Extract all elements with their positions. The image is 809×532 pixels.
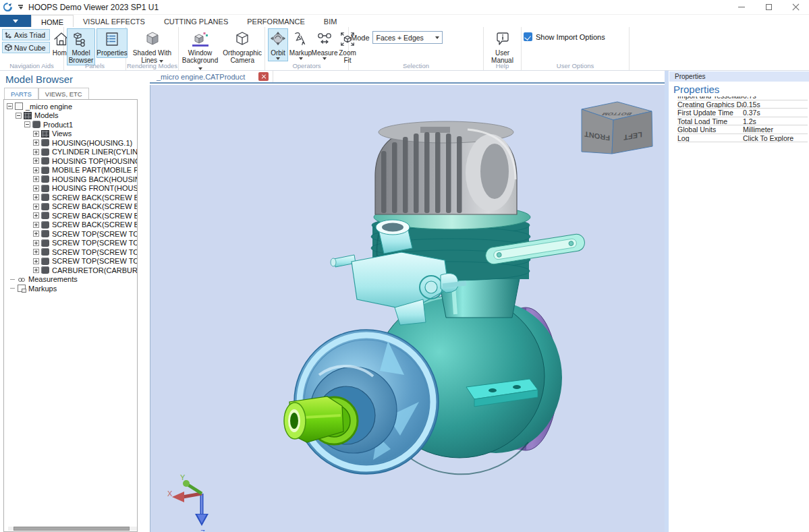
properties-button[interactable]: Properties — [96, 28, 128, 58]
expand-icon[interactable] — [33, 167, 39, 173]
axis-triad-label: Axis Triad — [14, 31, 45, 39]
views-icon — [41, 130, 49, 138]
tree-item[interactable]: HOUSING(HOUSING.1) — [4, 138, 137, 148]
tree-horizontal-scrollbar[interactable] — [8, 527, 138, 531]
tree-item[interactable]: SCREW TOP(SCREW TOP.2) — [4, 239, 137, 248]
file-menu-button[interactable] — [0, 15, 31, 27]
model-browser-button[interactable]: Model Browser — [67, 28, 95, 65]
part-head-fins[interactable] — [375, 121, 517, 214]
collapse-icon[interactable] — [16, 113, 22, 119]
collapse-icon[interactable] — [7, 103, 13, 109]
expand-icon[interactable] — [33, 258, 39, 264]
scrollbar-thumb[interactable] — [13, 527, 130, 531]
tree-item[interactable]: Measurements — [4, 275, 137, 285]
close-icon — [792, 3, 800, 11]
part-icon — [41, 248, 49, 256]
collapse-icon[interactable] — [24, 121, 30, 127]
expand-icon[interactable] — [33, 267, 39, 273]
tab-home[interactable]: HOME — [31, 15, 74, 27]
tab-parts[interactable]: PARTS — [4, 88, 38, 100]
tab-cutting-planes[interactable]: CUTTING PLANES — [155, 15, 238, 27]
expand-icon[interactable] — [33, 194, 39, 200]
tree-item[interactable]: SCREW BACK(SCREW BACK.1) — [4, 193, 137, 202]
engine-model-canvas[interactable]: BOTTOM FRONT LEFT Y — [150, 85, 665, 531]
tree-item[interactable]: HOUSING TOP(HOUSING TOP.1) — [4, 156, 137, 166]
tree-item[interactable]: _micro engine — [4, 102, 137, 111]
tab-bim[interactable]: BIM — [314, 15, 347, 27]
tree-item[interactable]: CYLINDER LINER(CYLINDER LINER.1) — [4, 148, 137, 157]
user-manual-button[interactable]: User Manual — [488, 28, 518, 65]
show-import-options-checkbox[interactable] — [524, 32, 532, 41]
properties-panel: Properties Properties Import and Tessell… — [669, 71, 809, 532]
orthographic-camera-button[interactable]: Orthographic Camera — [221, 28, 263, 65]
group-navigation-aids: Axis Triad Nav Cube Home Navigation Aids — [0, 27, 64, 70]
tree-item[interactable]: Product1 — [4, 120, 137, 129]
measure-button[interactable]: Measure — [313, 28, 336, 61]
part-icon — [41, 266, 49, 274]
minimize-icon — [738, 7, 745, 7]
tree-item[interactable]: SCREW BACK(SCREW BACK.3) — [4, 211, 137, 220]
maximize-button[interactable] — [755, 0, 782, 14]
group-rendering-modes: Shaded With Lines Rendering Modes — [126, 27, 179, 70]
shaded-cube-icon — [144, 30, 161, 48]
tab-performance[interactable]: PERFORMANCE — [238, 15, 314, 27]
tree-item[interactable]: SCREW TOP(SCREW TOP.1) — [4, 229, 137, 239]
tab-visual-effects[interactable]: VISUAL EFFECTS — [74, 15, 155, 27]
expand-icon[interactable] — [33, 140, 39, 146]
expand-icon[interactable] — [33, 149, 39, 155]
markup-button[interactable]: Markup — [289, 28, 312, 61]
nav-cube-face-bottom[interactable]: BOTTOM — [601, 112, 633, 117]
tree-item[interactable]: SCREW TOP(SCREW TOP.4) — [4, 257, 137, 266]
expand-icon[interactable] — [33, 131, 39, 137]
tree-item[interactable]: MOBILE PART(MOBILE PART.1) — [4, 166, 137, 175]
tree-item[interactable]: HOUSING FRONT(HOUSING FRONT.1) — [4, 184, 137, 194]
document-tab[interactable]: _micro engine.CATProduct — [150, 71, 273, 82]
expand-icon[interactable] — [33, 231, 39, 237]
chevron-down-icon — [198, 67, 202, 70]
viewport-3d[interactable]: BOTTOM FRONT LEFT Y — [150, 85, 665, 532]
expand-icon[interactable] — [33, 212, 39, 218]
nav-cube[interactable]: BOTTOM FRONT LEFT — [582, 102, 652, 154]
expand-icon[interactable] — [33, 249, 39, 255]
tab-views-etc[interactable]: VIEWS, ETC — [38, 88, 89, 100]
expand-icon[interactable] — [33, 158, 39, 164]
window-background-button[interactable]: Window Background — [180, 28, 220, 73]
group-label-help: Help — [484, 62, 521, 69]
selection-mode-dropdown[interactable]: Faces + Edges — [372, 31, 443, 44]
tree-item[interactable]: HOUSING BACK(HOUSING BACK.1) — [4, 175, 137, 184]
expand-icon[interactable] — [33, 176, 39, 182]
minimize-button[interactable] — [728, 0, 755, 14]
document-close-button[interactable] — [258, 72, 269, 81]
group-view: Window Background Orthographic Camera — [179, 27, 265, 70]
tree-item[interactable]: Markups — [4, 284, 137, 293]
axis-triad-button[interactable]: Axis Triad — [2, 29, 50, 40]
expand-icon[interactable] — [33, 222, 39, 228]
part-mobile-part-shaft[interactable] — [284, 396, 358, 444]
close-button[interactable] — [782, 0, 809, 14]
tree-item[interactable]: SCREW BACK(SCREW BACK.2) — [4, 202, 137, 212]
axis-label-y: Y — [180, 473, 186, 481]
markup-pen-icon — [293, 31, 309, 47]
tree-item[interactable]: Views — [4, 129, 137, 139]
expand-icon[interactable] — [33, 185, 39, 191]
part-icon — [41, 212, 49, 219]
expand-icon[interactable] — [33, 240, 39, 246]
properties-panel-caption[interactable]: Properties — [669, 71, 809, 82]
tree-item[interactable]: SCREW TOP(SCREW TOP.3) — [4, 247, 137, 257]
property-row-log: LogClick To Explore — [677, 134, 808, 143]
chevron-down-icon — [323, 57, 327, 60]
app-logo-icon — [3, 2, 13, 12]
group-help: User Manual Help — [484, 27, 522, 70]
part-icon — [41, 148, 49, 156]
shaded-with-lines-button[interactable]: Shaded With Lines — [129, 28, 175, 65]
model-browser-icon — [72, 30, 90, 48]
tree-item[interactable]: Models — [4, 111, 137, 121]
orbit-button[interactable]: Orbit — [268, 28, 288, 61]
selection-mode-value: Faces + Edges — [376, 34, 424, 42]
nav-cube-button[interactable]: Nav Cube — [2, 42, 50, 53]
tree-item[interactable]: SCREW BACK(SCREW BACK.4) — [4, 220, 137, 230]
document-tab-bar: _micro engine.CATProduct — [150, 71, 665, 84]
quick-access-toolbar-button[interactable] — [18, 5, 23, 9]
expand-icon[interactable] — [33, 204, 39, 210]
tree-item[interactable]: CARBURETOR(CARBURETOR.1) — [4, 266, 137, 275]
